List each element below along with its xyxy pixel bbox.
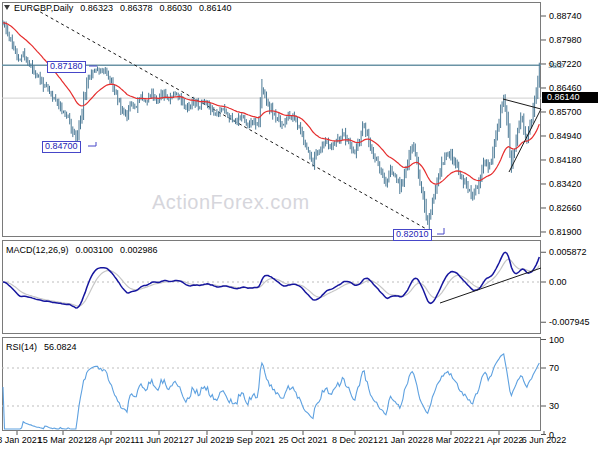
price-axis-label: 0.84180 xyxy=(549,155,582,165)
rsi-axis-label: 30 xyxy=(549,401,559,411)
macd-axis-label: -0.007945 xyxy=(549,317,590,327)
rsi-label: RSI(14) xyxy=(6,342,37,352)
price-axis-label: 0.88740 xyxy=(549,11,582,21)
price-axis-label: 0.81900 xyxy=(549,227,582,237)
price-axis-label: 0.87220 xyxy=(549,59,582,69)
symbol-name: EURGBP,Daily xyxy=(14,3,73,13)
macd-axis-label: 0.005872 xyxy=(549,247,587,257)
rsi-axis-label: 70 xyxy=(549,363,559,373)
price-axis-label: 0.85700 xyxy=(549,107,582,117)
mt4-chart-window: EURGBP,Daily0.863230.863780.860300.86140… xyxy=(0,0,600,450)
support-price-label[interactable]: 0.84700 xyxy=(42,141,81,153)
price-axis-label: 0.83420 xyxy=(549,179,582,189)
symbol-dropdown-icon[interactable] xyxy=(4,5,10,10)
price-axis-label: 0.82660 xyxy=(549,203,582,213)
ohlc-high: 0.86378 xyxy=(120,3,153,13)
ohlc-low: 0.86030 xyxy=(159,3,192,13)
date-axis-label: 25 Oct 2021 xyxy=(273,435,333,445)
macd-header: MACD(12,26,9)0.0031000.002986 xyxy=(6,245,165,255)
actionforex-watermark: ActionForex.com xyxy=(152,191,310,214)
macd-signal-value: 0.002986 xyxy=(120,245,158,255)
rsi-value: 56.0824 xyxy=(44,342,77,352)
fib-price-label[interactable]: 0.87180 xyxy=(47,61,86,73)
macd-axis-label: 0.00 xyxy=(549,277,567,287)
chart-canvas[interactable] xyxy=(0,0,600,450)
date-axis-label: 6 Jun 2022 xyxy=(514,435,574,445)
rsi-axis-label: 100 xyxy=(549,335,564,345)
rsi-header: RSI(14)56.0824 xyxy=(6,342,84,352)
price-axis-label: 0.84940 xyxy=(549,131,582,141)
chart-header: EURGBP,Daily0.863230.863780.860300.86140 xyxy=(4,3,239,13)
ohlc-open: 0.86323 xyxy=(80,3,113,13)
macd-value: 0.003100 xyxy=(76,245,114,255)
low-price-label[interactable]: 0.82010 xyxy=(393,229,432,241)
ohlc-close: 0.86140 xyxy=(199,3,232,13)
price-axis-label: 0.86460 xyxy=(549,83,582,93)
macd-label: MACD(12,26,9) xyxy=(6,245,69,255)
price-axis-label: 0.87980 xyxy=(549,35,582,45)
